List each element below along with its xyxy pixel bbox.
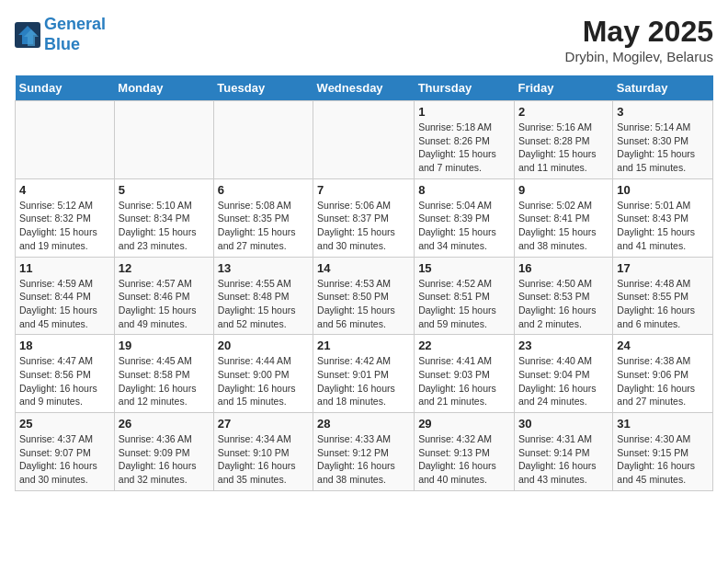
day-number: 17 [617,261,709,275]
day-cell: 19Sunrise: 4:45 AM Sunset: 8:58 PM Dayli… [114,335,213,413]
day-number: 7 [317,183,410,197]
day-cell: 27Sunrise: 4:34 AM Sunset: 9:10 PM Dayli… [213,413,313,491]
day-number: 29 [418,417,510,431]
day-cell [313,101,415,179]
day-number: 31 [617,417,709,431]
weekday-header-sunday: Sunday [16,75,115,101]
logo-icon [15,22,40,48]
day-info: Sunrise: 4:41 AM Sunset: 9:03 PM Dayligh… [418,354,510,408]
day-number: 15 [418,261,510,275]
day-cell: 17Sunrise: 4:48 AM Sunset: 8:55 PM Dayli… [613,257,713,335]
day-number: 28 [317,417,410,431]
month-title: May 2025 [565,15,713,49]
day-cell: 16Sunrise: 4:50 AM Sunset: 8:53 PM Dayli… [514,257,612,335]
day-number: 21 [317,339,410,352]
day-number: 25 [19,417,110,431]
day-info: Sunrise: 4:37 AM Sunset: 9:07 PM Dayligh… [19,432,110,487]
day-cell: 24Sunrise: 4:38 AM Sunset: 9:06 PM Dayli… [613,335,713,413]
day-number: 5 [119,183,210,197]
day-number: 6 [218,183,309,197]
day-number: 13 [218,261,309,275]
weekday-header-wednesday: Wednesday [313,75,415,101]
day-info: Sunrise: 5:12 AM Sunset: 8:32 PM Dayligh… [19,199,110,253]
day-cell: 22Sunrise: 4:41 AM Sunset: 9:03 PM Dayli… [415,335,515,413]
day-number: 3 [617,105,709,119]
day-number: 19 [119,339,210,352]
day-cell: 9Sunrise: 5:02 AM Sunset: 8:41 PM Daylig… [514,178,612,257]
day-cell: 31Sunrise: 4:30 AM Sunset: 9:15 PM Dayli… [613,413,713,491]
day-info: Sunrise: 5:10 AM Sunset: 8:34 PM Dayligh… [119,199,210,253]
day-number: 4 [19,183,110,197]
day-cell: 26Sunrise: 4:36 AM Sunset: 9:09 PM Dayli… [114,413,213,491]
day-number: 14 [317,261,410,275]
day-number: 2 [518,105,609,119]
week-row-3: 11Sunrise: 4:59 AM Sunset: 8:44 PM Dayli… [16,257,713,335]
day-cell: 6Sunrise: 5:08 AM Sunset: 8:35 PM Daylig… [213,178,313,257]
logo-line1: General [44,15,106,33]
day-cell: 13Sunrise: 4:55 AM Sunset: 8:48 PM Dayli… [213,257,313,335]
logo-text: General Blue [44,15,106,54]
day-number: 22 [418,339,510,352]
day-info: Sunrise: 5:02 AM Sunset: 8:41 PM Dayligh… [518,199,609,253]
week-row-4: 18Sunrise: 4:47 AM Sunset: 8:56 PM Dayli… [16,335,713,413]
day-cell: 3Sunrise: 5:14 AM Sunset: 8:30 PM Daylig… [613,101,713,179]
day-cell: 30Sunrise: 4:31 AM Sunset: 9:14 PM Dayli… [514,413,612,491]
day-cell [114,101,213,179]
day-info: Sunrise: 4:33 AM Sunset: 9:12 PM Dayligh… [317,432,410,487]
day-info: Sunrise: 5:06 AM Sunset: 8:37 PM Dayligh… [317,199,410,253]
day-cell: 11Sunrise: 4:59 AM Sunset: 8:44 PM Dayli… [16,257,115,335]
weekday-header-friday: Friday [514,75,612,101]
day-cell: 28Sunrise: 4:33 AM Sunset: 9:12 PM Dayli… [313,413,415,491]
day-info: Sunrise: 4:40 AM Sunset: 9:04 PM Dayligh… [518,354,609,408]
title-block: May 2025 Drybin, Mogilev, Belarus [565,15,713,64]
day-info: Sunrise: 4:52 AM Sunset: 8:51 PM Dayligh… [418,277,510,331]
calendar-table: SundayMondayTuesdayWednesdayThursdayFrid… [15,75,713,491]
day-cell: 10Sunrise: 5:01 AM Sunset: 8:43 PM Dayli… [613,178,713,257]
week-row-2: 4Sunrise: 5:12 AM Sunset: 8:32 PM Daylig… [16,178,713,257]
week-row-1: 1Sunrise: 5:18 AM Sunset: 8:26 PM Daylig… [16,101,713,179]
day-cell: 4Sunrise: 5:12 AM Sunset: 8:32 PM Daylig… [16,178,115,257]
day-number: 23 [518,339,609,352]
day-info: Sunrise: 4:38 AM Sunset: 9:06 PM Dayligh… [617,354,709,408]
weekday-header-tuesday: Tuesday [213,75,313,101]
day-number: 20 [218,339,309,352]
day-info: Sunrise: 4:53 AM Sunset: 8:50 PM Dayligh… [317,277,410,331]
weekday-header-monday: Monday [114,75,213,101]
day-info: Sunrise: 4:45 AM Sunset: 8:58 PM Dayligh… [119,354,210,408]
day-cell [213,101,313,179]
day-cell [16,101,115,179]
day-number: 24 [617,339,709,352]
day-number: 11 [19,261,110,275]
day-cell: 23Sunrise: 4:40 AM Sunset: 9:04 PM Dayli… [514,335,612,413]
day-number: 9 [518,183,609,197]
location-subtitle: Drybin, Mogilev, Belarus [565,49,713,64]
day-number: 26 [119,417,210,431]
day-number: 1 [418,105,510,119]
day-cell: 7Sunrise: 5:06 AM Sunset: 8:37 PM Daylig… [313,178,415,257]
day-info: Sunrise: 4:48 AM Sunset: 8:55 PM Dayligh… [617,277,709,331]
day-info: Sunrise: 5:08 AM Sunset: 8:35 PM Dayligh… [218,199,309,253]
day-info: Sunrise: 4:30 AM Sunset: 9:15 PM Dayligh… [617,432,709,487]
logo: General Blue [15,15,106,54]
day-number: 16 [518,261,609,275]
day-info: Sunrise: 4:36 AM Sunset: 9:09 PM Dayligh… [119,432,210,487]
day-info: Sunrise: 4:31 AM Sunset: 9:14 PM Dayligh… [518,432,609,487]
weekday-header-thursday: Thursday [415,75,515,101]
day-cell: 18Sunrise: 4:47 AM Sunset: 8:56 PM Dayli… [16,335,115,413]
day-cell: 1Sunrise: 5:18 AM Sunset: 8:26 PM Daylig… [415,101,515,179]
day-cell: 14Sunrise: 4:53 AM Sunset: 8:50 PM Dayli… [313,257,415,335]
day-info: Sunrise: 5:04 AM Sunset: 8:39 PM Dayligh… [418,199,510,253]
day-info: Sunrise: 4:55 AM Sunset: 8:48 PM Dayligh… [218,277,309,331]
logo-line2: Blue [44,35,80,53]
day-number: 12 [119,261,210,275]
day-info: Sunrise: 4:44 AM Sunset: 9:00 PM Dayligh… [218,354,309,408]
day-info: Sunrise: 4:59 AM Sunset: 8:44 PM Dayligh… [19,277,110,331]
day-info: Sunrise: 4:47 AM Sunset: 8:56 PM Dayligh… [19,354,110,408]
day-info: Sunrise: 4:50 AM Sunset: 8:53 PM Dayligh… [518,277,609,331]
day-cell: 25Sunrise: 4:37 AM Sunset: 9:07 PM Dayli… [16,413,115,491]
day-cell: 15Sunrise: 4:52 AM Sunset: 8:51 PM Dayli… [415,257,515,335]
page-header: General Blue May 2025 Drybin, Mogilev, B… [15,15,713,64]
day-cell: 8Sunrise: 5:04 AM Sunset: 8:39 PM Daylig… [415,178,515,257]
day-cell: 5Sunrise: 5:10 AM Sunset: 8:34 PM Daylig… [114,178,213,257]
weekday-header-saturday: Saturday [613,75,713,101]
